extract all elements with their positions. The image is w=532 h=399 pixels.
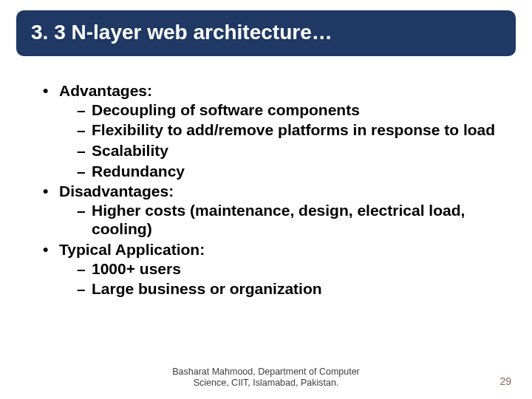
list-item-text: Decoupling of software components <box>92 101 360 118</box>
page-number: 29 <box>499 375 511 387</box>
list-item-text: Large business or organization <box>92 280 322 297</box>
list-item-text: Redundancy <box>92 163 185 180</box>
slide: 3. 3 N-layer web architecture… Advantage… <box>0 0 532 399</box>
list-item-label: Advantages: <box>59 82 152 99</box>
list-item-label: Disadvantages: <box>59 183 174 200</box>
sub-list: Decoupling of software components Flexib… <box>59 100 508 180</box>
list-item: Higher costs (maintenance, design, elect… <box>77 201 508 239</box>
sub-list: 1000+ users Large business or organizati… <box>59 259 508 299</box>
list-item-label: Typical Application: <box>59 241 205 258</box>
list-item: Decoupling of software components <box>77 100 508 120</box>
footer-attribution: Basharat Mahmood, Department of Computer… <box>170 366 362 389</box>
bullet-list: Advantages: Decoupling of software compo… <box>43 81 508 299</box>
list-item: Scalability <box>77 141 508 160</box>
slide-content: Advantages: Decoupling of software compo… <box>16 56 516 299</box>
list-item-text: Scalability <box>92 142 168 159</box>
list-item: Redundancy <box>77 162 508 181</box>
list-item: Large business or organization <box>77 279 508 299</box>
slide-title: 3. 3 N-layer web architecture… <box>16 10 516 56</box>
list-item: Disadvantages: Higher costs (maintenance… <box>43 182 508 239</box>
list-item: Typical Application: 1000+ users Large b… <box>43 240 508 299</box>
sub-list: Higher costs (maintenance, design, elect… <box>59 201 508 239</box>
list-item: 1000+ users <box>77 259 508 279</box>
list-item-text: Higher costs (maintenance, design, elect… <box>92 202 465 238</box>
list-item-text: 1000+ users <box>92 260 181 277</box>
slide-footer: Basharat Mahmood, Department of Computer… <box>0 366 532 389</box>
list-item-text: Flexibility to add/remove platforms in r… <box>92 121 495 138</box>
list-item: Advantages: Decoupling of software compo… <box>43 81 508 180</box>
list-item: Flexibility to add/remove platforms in r… <box>77 120 508 140</box>
